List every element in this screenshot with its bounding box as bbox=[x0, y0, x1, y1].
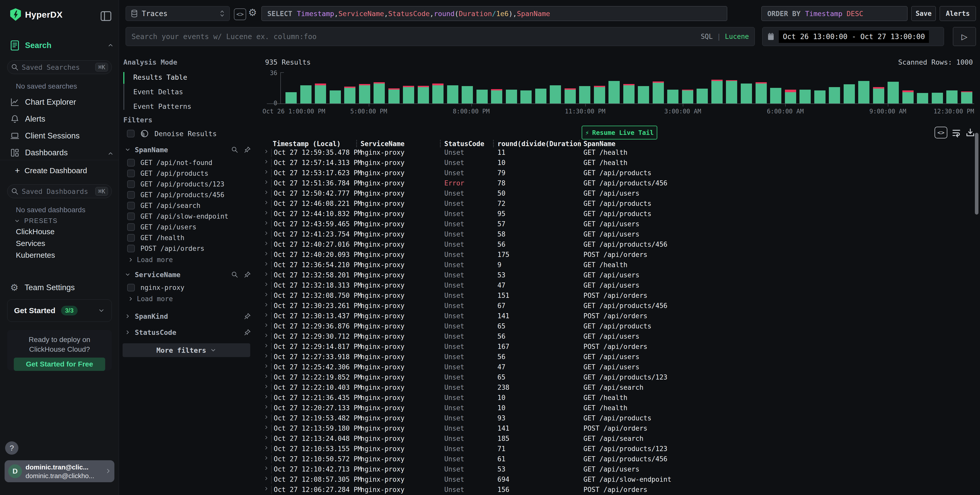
expand-row-chevron-icon[interactable] bbox=[264, 414, 269, 420]
sidebar-item-dashboards[interactable]: Dashboards bbox=[10, 148, 68, 158]
saved-dashboards-input[interactable]: Saved Dashboards ⌘K bbox=[7, 185, 112, 198]
filter-checkbox-item[interactable]: GET /api/not-found bbox=[127, 159, 212, 167]
load-more-button[interactable]: Load more bbox=[128, 256, 173, 264]
expand-row-chevron-icon[interactable] bbox=[264, 231, 269, 236]
filter-group-spanname[interactable]: SpanName bbox=[125, 145, 251, 155]
expand-row-chevron-icon[interactable] bbox=[264, 189, 269, 195]
filter-checkbox-item[interactable]: GET /api/products bbox=[127, 170, 208, 177]
expand-row-chevron-icon[interactable] bbox=[264, 210, 269, 216]
pin-icon[interactable] bbox=[244, 146, 251, 153]
denoise-results-toggle[interactable]: Denoise Results bbox=[127, 129, 217, 138]
expand-row-chevron-icon[interactable] bbox=[264, 220, 269, 226]
help-button[interactable]: ? bbox=[5, 441, 18, 455]
table-row[interactable]: Oct 27 12:20:27.133 PMnginx-proxyUnset10… bbox=[262, 403, 975, 413]
sidebar-item-chart-explorer[interactable]: Chart Explorer bbox=[10, 97, 76, 107]
sidebar-item-alerts[interactable]: Alerts bbox=[10, 115, 45, 124]
alerts-button[interactable]: Alerts bbox=[940, 6, 976, 21]
user-profile[interactable]: D dominic.tran@clic... dominic.tran@clic… bbox=[5, 460, 115, 482]
expand-row-chevron-icon[interactable] bbox=[264, 373, 269, 379]
table-row[interactable]: Oct 27 12:06:27.284 PMnginx-proxyUnset15… bbox=[262, 484, 975, 495]
checkbox[interactable] bbox=[127, 202, 135, 209]
expand-row-chevron-icon[interactable] bbox=[264, 394, 269, 400]
table-row[interactable]: Oct 27 12:32:18.313 PMnginx-proxyUnset47… bbox=[262, 280, 975, 290]
table-row[interactable]: Oct 27 12:13:59.180 PMnginx-proxyUnset14… bbox=[262, 423, 975, 433]
expand-row-chevron-icon[interactable] bbox=[264, 384, 269, 389]
table-row[interactable]: Oct 27 12:41:23.754 PMnginx-proxyUnset58… bbox=[262, 229, 975, 239]
expand-source-button[interactable]: <> bbox=[935, 127, 947, 138]
filter-checkbox-item[interactable]: GET /api/products/456 bbox=[127, 191, 224, 199]
checkbox[interactable] bbox=[127, 223, 135, 231]
expand-row-chevron-icon[interactable] bbox=[264, 486, 269, 492]
pin-icon[interactable] bbox=[244, 271, 251, 278]
expand-row-chevron-icon[interactable] bbox=[264, 200, 269, 205]
preset-kubernetes[interactable]: Kubernetes bbox=[16, 251, 55, 259]
time-range-picker[interactable]: Oct 26 13:00:00 - Oct 27 13:00:00 bbox=[762, 27, 944, 46]
expand-row-chevron-icon[interactable] bbox=[264, 455, 269, 461]
expand-row-chevron-icon[interactable] bbox=[264, 179, 269, 185]
expand-row-chevron-icon[interactable] bbox=[264, 465, 269, 471]
checkbox[interactable] bbox=[127, 284, 135, 291]
filter-group-statuscode[interactable]: StatusCode bbox=[125, 327, 251, 337]
expand-row-chevron-icon[interactable] bbox=[264, 343, 269, 349]
table-row[interactable]: Oct 27 12:29:14.817 PMnginx-proxyUnset16… bbox=[262, 341, 975, 352]
filter-checkbox-item[interactable]: nginx-proxy bbox=[127, 284, 185, 291]
col-timestamp[interactable]: Timestamp (Local) bbox=[273, 140, 340, 148]
filter-group-servicename[interactable]: ServiceName bbox=[125, 269, 251, 280]
pin-icon[interactable] bbox=[244, 313, 251, 320]
table-row[interactable]: Oct 27 12:29:36.876 PMnginx-proxyUnset65… bbox=[262, 321, 975, 331]
expand-row-chevron-icon[interactable] bbox=[264, 435, 269, 440]
create-dashboard-button[interactable]: + Create Dashboard bbox=[15, 166, 87, 175]
table-row[interactable]: Oct 27 12:44:10.832 PMnginx-proxyUnset95… bbox=[262, 209, 975, 219]
expand-row-chevron-icon[interactable] bbox=[264, 292, 269, 297]
table-row[interactable]: Oct 27 12:36:54.210 PMnginx-proxyUnset9G… bbox=[262, 259, 975, 270]
checkbox[interactable] bbox=[127, 159, 135, 167]
table-row[interactable]: Oct 27 12:50:42.777 PMnginx-proxyUnset50… bbox=[262, 188, 975, 198]
expand-row-chevron-icon[interactable] bbox=[264, 425, 269, 430]
filter-checkbox-item[interactable]: POST /api/orders bbox=[127, 245, 204, 252]
checkbox[interactable] bbox=[127, 191, 135, 199]
event-search-input[interactable]: Search your events w/ Lucene ex. column:… bbox=[126, 27, 755, 46]
sidebar-item-search[interactable]: Search bbox=[10, 40, 51, 51]
expand-row-chevron-icon[interactable] bbox=[264, 240, 269, 246]
wrap-lines-icon[interactable] bbox=[951, 128, 962, 138]
filter-checkbox-item[interactable]: GET /api/users bbox=[127, 223, 196, 231]
table-row[interactable]: Oct 27 12:10:50.572 PMnginx-proxyUnset61… bbox=[262, 454, 975, 464]
collapse-sidebar-icon[interactable] bbox=[100, 11, 112, 21]
get-started-card[interactable]: Get Started 3/3 bbox=[7, 299, 112, 322]
expand-row-chevron-icon[interactable] bbox=[264, 261, 269, 267]
sidebar-item-client-sessions[interactable]: Client Sessions bbox=[10, 131, 80, 140]
table-row[interactable]: Oct 27 12:51:36.784 PMnginx-proxyError78… bbox=[262, 178, 975, 188]
table-row[interactable]: Oct 27 12:46:08.221 PMnginx-proxyUnset72… bbox=[262, 198, 975, 209]
expand-row-chevron-icon[interactable] bbox=[264, 353, 269, 359]
column-resize-handle[interactable] bbox=[579, 140, 580, 147]
resume-live-tail-button[interactable]: ⚡ Resume Live Tail bbox=[582, 126, 657, 140]
scrollbar-thumb[interactable] bbox=[975, 133, 978, 215]
lucene-toggle[interactable]: Lucene bbox=[725, 33, 749, 40]
table-row[interactable]: Oct 27 12:22:19.852 PMnginx-proxyUnset65… bbox=[262, 372, 975, 382]
expand-row-chevron-icon[interactable] bbox=[264, 476, 269, 481]
filter-checkbox-item[interactable]: GET /api/slow-endpoint bbox=[127, 213, 228, 220]
col-statuscode[interactable]: StatusCode bbox=[444, 140, 484, 148]
expand-row-chevron-icon[interactable] bbox=[264, 404, 269, 410]
sql-select-input[interactable]: SELECT Timestamp,ServiceName,StatusCode,… bbox=[261, 6, 727, 21]
expand-row-chevron-icon[interactable] bbox=[264, 445, 269, 450]
checkbox[interactable] bbox=[127, 130, 135, 137]
sql-toggle[interactable]: SQL bbox=[701, 33, 713, 40]
table-row[interactable]: Oct 27 12:25:42.306 PMnginx-proxyUnset47… bbox=[262, 362, 975, 372]
expand-row-chevron-icon[interactable] bbox=[264, 302, 269, 307]
table-row[interactable]: Oct 27 12:53:17.623 PMnginx-proxyUnset79… bbox=[262, 167, 975, 178]
save-button[interactable]: Save bbox=[911, 6, 936, 21]
preset-services[interactable]: Services bbox=[16, 239, 45, 248]
table-row[interactable]: Oct 27 12:22:10.403 PMnginx-proxyUnset23… bbox=[262, 382, 975, 392]
presets-toggle[interactable]: PRESETS bbox=[14, 217, 58, 224]
filter-checkbox-item[interactable]: GET /api/search bbox=[127, 202, 200, 209]
download-icon[interactable] bbox=[965, 128, 975, 138]
chevron-up-icon[interactable] bbox=[107, 150, 114, 157]
table-row[interactable]: Oct 27 12:13:24.048 PMnginx-proxyUnset18… bbox=[262, 433, 975, 443]
expand-row-chevron-icon[interactable] bbox=[264, 159, 269, 164]
table-row[interactable]: Oct 27 12:43:59.465 PMnginx-proxyUnset57… bbox=[262, 219, 975, 229]
source-select[interactable]: Traces bbox=[126, 6, 230, 21]
expand-row-chevron-icon[interactable] bbox=[264, 363, 269, 369]
table-row[interactable]: Oct 27 12:30:23.261 PMnginx-proxyUnset67… bbox=[262, 300, 975, 310]
col-spanname[interactable]: SpanName bbox=[584, 140, 616, 148]
